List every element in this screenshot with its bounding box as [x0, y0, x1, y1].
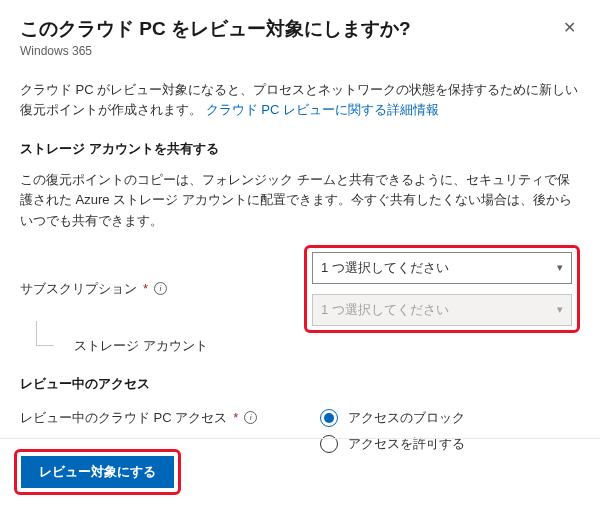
dialog-footer: レビュー対象にする [0, 438, 600, 505]
subscription-label-text: サブスクリプション [20, 280, 137, 298]
required-mark: * [143, 281, 148, 296]
submit-review-button[interactable]: レビュー対象にする [21, 456, 174, 488]
required-mark: * [233, 410, 238, 425]
info-icon[interactable]: i [154, 282, 167, 295]
close-icon[interactable]: ✕ [559, 16, 580, 40]
storage-account-label: ストレージ アカウント [74, 337, 208, 355]
access-section-title: レビュー中のアクセス [20, 375, 580, 393]
storage-account-dropdown-value: 1 つ選択してください [321, 301, 449, 319]
storage-section-title: ストレージ アカウントを共有する [20, 140, 580, 158]
dialog-title: このクラウド PC をレビュー対象にしますか? [20, 16, 411, 42]
dropdowns-highlight: 1 つ選択してください ▾ 1 つ選択してください ▾ [304, 245, 580, 333]
storage-account-label-row: ストレージ アカウント [20, 335, 320, 357]
access-label: レビュー中のクラウド PC アクセス * i [20, 409, 320, 427]
subscription-dropdown-value: 1 つ選択してください [321, 259, 449, 277]
intro-text: クラウド PC がレビュー対象になると、プロセスとネットワークの状態を保持するた… [20, 80, 580, 120]
storage-account-dropdown: 1 つ選択してください ▾ [312, 294, 572, 326]
access-label-text: レビュー中のクラウド PC アクセス [20, 409, 227, 427]
radio-icon [320, 409, 338, 427]
dialog-subtitle: Windows 365 [20, 44, 411, 58]
chevron-down-icon: ▾ [557, 261, 563, 274]
subscription-label: サブスクリプション * i [20, 280, 304, 298]
primary-button-highlight: レビュー対象にする [14, 449, 181, 495]
chevron-down-icon: ▾ [557, 303, 563, 316]
storage-section-desc: この復元ポイントのコピーは、フォレンジック チームと共有できるように、セキュリテ… [20, 170, 580, 230]
radio-block-label: アクセスのブロック [348, 409, 465, 427]
learn-more-link[interactable]: クラウド PC レビューに関する詳細情報 [206, 102, 439, 117]
subscription-dropdown[interactable]: 1 つ選択してください ▾ [312, 252, 572, 284]
radio-block-access[interactable]: アクセスのブロック [320, 409, 580, 427]
tree-connector [20, 335, 68, 357]
info-icon[interactable]: i [244, 411, 257, 424]
